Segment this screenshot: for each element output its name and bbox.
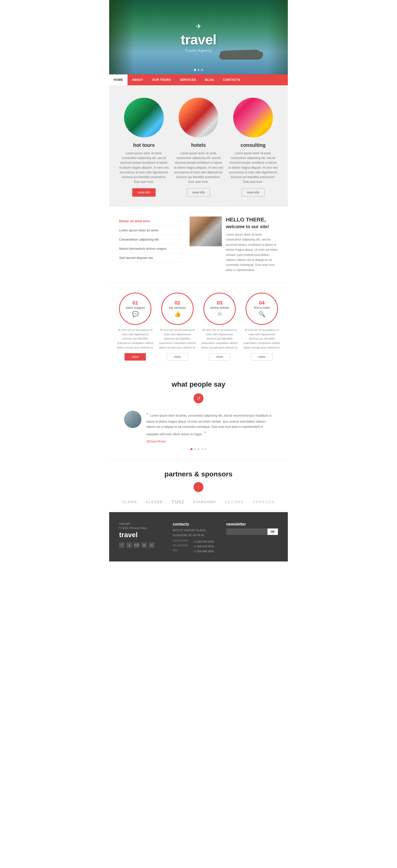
hero-dot-3[interactable] [201, 69, 203, 71]
hello-list-item-4[interactable]: Mauris fermentum dictum magna › [119, 244, 182, 253]
testimonial-quote: " Lorem ipsum dolor sit amet, consectetu… [146, 411, 273, 438]
hello-list-arrow-5: › [181, 256, 182, 260]
feature-hotels-title: hotels [191, 142, 206, 148]
service-btn-3[interactable]: more [209, 353, 230, 361]
feature-hot-tours-title: hot tours [133, 142, 155, 148]
partner-second: SECOND [225, 500, 244, 504]
testimonial-author: Michael Brown [146, 440, 273, 443]
hello-list-arrow-1: › [181, 219, 182, 223]
newsletter-submit-btn[interactable]: OK [268, 528, 278, 535]
service-name-1: client support [126, 306, 145, 310]
testimonials-divider: ↺ [193, 393, 204, 403]
hello-list-label-5: Sed laoreet aliquam leo [119, 256, 153, 260]
testimonials-section: what people say ↺ " Lorem ipsum dolor si… [109, 368, 288, 460]
palm-right-decoration [268, 0, 288, 74]
footer-fax: +1 800 889 9896 [193, 549, 214, 554]
hello-list-label-4: Mauris fermentum dictum magna [119, 247, 166, 250]
partner-tu42: TU42 [172, 499, 184, 505]
service-name-4: find a hotel [254, 306, 270, 310]
nav-services[interactable]: SERVICES [176, 74, 200, 85]
footer-fax-label: FAX: [173, 549, 191, 554]
hello-list-item-2[interactable]: Lorem ipsum dolor sit amet. › [119, 226, 182, 235]
hello-list-arrow-3: › [181, 237, 182, 241]
testimonials-title: what people say [124, 380, 273, 389]
service-num-3: 03 [217, 300, 222, 305]
partner-clopo: CLOPO [122, 500, 137, 504]
palm-left-decoration [109, 0, 134, 74]
footer-privacy-link[interactable]: | Privacy Policy [129, 527, 147, 529]
testimonial-avatar [124, 411, 142, 428]
service-airline-tickets: 03 airline tickets ✉ At vero eos et accu… [201, 292, 238, 361]
footer-col-contacts: contacts 9870 ST VINCENT PLACE, GLASGOW,… [173, 522, 216, 554]
hello-list-label-2: Lorem ipsum dolor sit amet. [119, 228, 159, 232]
service-btn-2[interactable]: more [167, 353, 188, 361]
footer-telephone-label: TELEPHONE: [173, 544, 191, 549]
hero-dot-2[interactable] [197, 69, 200, 71]
hero-dot-1[interactable] [194, 69, 196, 71]
hello-list-item-5[interactable]: Sed laoreet aliquam leo › [119, 253, 182, 262]
nav-blog[interactable]: BLOG [201, 74, 219, 85]
quote-open-icon: " [146, 412, 148, 417]
nav-contacts[interactable]: CONTACTS [219, 74, 245, 85]
partner-forever: FOREVER [253, 500, 275, 504]
plane-icon: ✈ [181, 22, 216, 31]
hello-right: HELLO THERE, welcome to our site! Lorem … [189, 217, 278, 273]
newsletter-input[interactable] [226, 528, 268, 535]
hero-content: ✈ travel Travel Agency [181, 22, 216, 52]
testimonial-dot-5[interactable] [205, 448, 207, 450]
service-name-2: top services [169, 306, 186, 310]
footer-rss-icon[interactable]: RSS [134, 542, 140, 548]
footer-facebook-icon[interactable]: f [119, 542, 125, 548]
nav-about[interactable]: ABOUT [127, 74, 148, 85]
hello-text-block: HELLO THERE, welcome to our site! Lorem … [226, 217, 278, 273]
partners-logos: CLOPO CLEVER TU42 STARCORP SECOND FOREVE… [119, 499, 278, 505]
footer-year: © 2015 | Privacy Policy [119, 527, 163, 529]
feature-consulting-image [233, 98, 273, 137]
service-icon-2: 👍 [174, 311, 181, 317]
nav-home[interactable]: HOME [109, 74, 127, 85]
feature-hotels-image [179, 98, 218, 137]
partner-starcorp: STARCORP [193, 500, 216, 504]
feature-hotels-btn[interactable]: more info [187, 188, 210, 197]
footer-newsletter-title: newsletter [226, 522, 278, 527]
footer-linkedin-icon[interactable]: in [149, 542, 154, 548]
nav-our-tours[interactable]: OUR TOURS [148, 74, 176, 85]
service-btn-4[interactable]: more [251, 353, 272, 361]
footer-email-icon[interactable]: @ [142, 542, 147, 548]
partners-divider: ↑ [193, 482, 204, 492]
partners-title: partners & sponsors [119, 470, 278, 478]
footer-col-brand: copyright © 2015 | Privacy Policy travel… [119, 522, 163, 554]
testimonial-dots [124, 448, 273, 450]
boat-decoration [218, 50, 263, 60]
feature-hot-tours-btn[interactable]: more info [132, 188, 156, 197]
partners-section: partners & sponsors ↑ CLOPO CLEVER TU42 … [109, 460, 288, 512]
testimonial-dot-1[interactable] [190, 448, 192, 450]
footer: copyright © 2015 | Privacy Policy travel… [109, 512, 288, 561]
footer-google-icon[interactable]: g [126, 542, 132, 548]
hello-list-label-3: Consectetuer adipiscing elit [119, 238, 158, 241]
hello-list-arrow-2: › [181, 228, 182, 232]
hello-list-arrow-4: › [181, 247, 182, 250]
hello-list-item-3[interactable]: Consectetuer adipiscing elit › [119, 235, 182, 244]
service-num-4: 04 [259, 300, 265, 305]
hello-body-text: Lorem ipsum dolor sit amet, consectetur … [226, 232, 278, 273]
service-icon-3: ✉ [217, 311, 222, 317]
footer-brand: travel [119, 531, 163, 539]
testimonial-dot-4[interactable] [201, 448, 203, 450]
newsletter-input-row: OK [226, 528, 278, 535]
service-top-services: 02 top services 👍 At vero eos et accusam… [159, 292, 196, 361]
features-section: hot tours Lorem ipsum dolor sit amet, co… [109, 85, 288, 207]
hello-list: Donec sit amet eros › Lorem ipsum dolor … [119, 217, 182, 273]
hero-dots [194, 69, 203, 71]
service-circle-1: 01 client support 💬 [119, 292, 151, 325]
feature-consulting-btn[interactable]: more info [241, 188, 265, 197]
services-grid: 01 client support 💬 At vero eos et accus… [117, 292, 280, 361]
testimonial-dot-3[interactable] [197, 448, 200, 450]
footer-address: 9870 ST VINCENT PLACE, GLASGOW, DC 45 FR… [173, 528, 216, 538]
hello-section: Donec sit amet eros › Lorem ipsum dolor … [109, 207, 288, 282]
footer-freephone-label: FREEPHONE: [173, 539, 191, 545]
service-btn-1[interactable]: more [125, 353, 146, 361]
hello-list-item-1[interactable]: Donec sit amet eros › [119, 217, 182, 226]
testimonial-dot-2[interactable] [194, 448, 196, 450]
service-client-support: 01 client support 💬 At vero eos et accus… [117, 292, 154, 361]
